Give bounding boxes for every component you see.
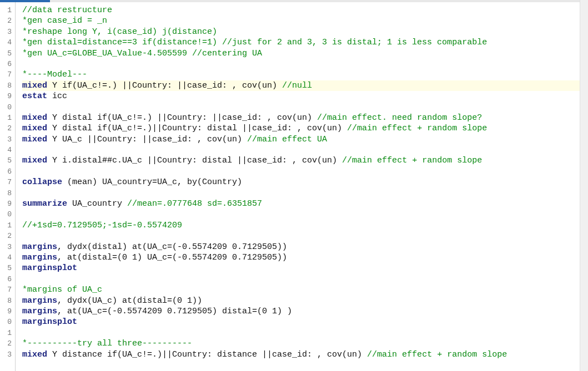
code-text: Y distal if(UA_c!=.)||Country: distal ||… [52, 124, 347, 133]
code-line[interactable]: *gen case_id = _n [22, 16, 588, 26]
code-line[interactable] [22, 328, 588, 338]
comment-text: *gen distal=distance==3 if(distance!=1) … [22, 38, 487, 47]
code-line[interactable] [22, 209, 588, 220]
command-keyword: margins [22, 307, 57, 316]
line-number: 7 [0, 177, 15, 187]
code-text: , at(distal=(0 1) UA_c=(-0.5574209 0.712… [57, 253, 287, 262]
code-line[interactable]: margins, at(UA_c=(-0.5574209 0.7129505) … [22, 306, 588, 317]
line-number: 0 [0, 209, 15, 220]
line-number: 3 [0, 349, 15, 360]
comment-text: //main effect. need random slope? [317, 113, 482, 123]
command-keyword: mixed [22, 81, 52, 90]
line-number: 6 [0, 166, 15, 177]
code-text: , dydx(UA_c) at(distal=(0 1)) [57, 296, 202, 306]
line-number: 2 [0, 16, 15, 26]
line-number: 5 [0, 263, 15, 273]
command-keyword: mixed [22, 124, 52, 133]
line-number: 1 [0, 113, 15, 123]
line-number: 9 [0, 199, 15, 209]
line-number: 5 [0, 48, 15, 59]
comment-text: *----------try all three---------- [22, 339, 192, 348]
vertical-scrollbar[interactable] [580, 0, 588, 371]
command-keyword: margins [22, 253, 57, 262]
line-number: 7 [0, 69, 15, 80]
code-line[interactable]: *----Model--- [22, 69, 588, 80]
line-number: 7 [0, 284, 15, 295]
code-line[interactable] [22, 274, 588, 284]
code-line[interactable] [22, 102, 588, 113]
code-line[interactable]: marginsplot [22, 317, 588, 327]
line-number: 9 [0, 91, 15, 101]
code-line[interactable] [22, 188, 588, 199]
command-keyword: mixed [22, 350, 52, 359]
line-number: 3 [0, 134, 15, 145]
comment-text: *----Model--- [22, 70, 87, 79]
line-number: 3 [0, 242, 15, 252]
line-number: 9 [0, 306, 15, 317]
code-line[interactable]: *margins of UA_c [22, 284, 588, 295]
code-line[interactable]: mixed Y distance if(UA_c!=.)||Country: d… [22, 349, 588, 360]
comment-text: //main effect + random slope [367, 350, 507, 359]
command-keyword: mixed [22, 135, 52, 144]
do-file-editor: 123456789012345678901234567890123 //data… [0, 0, 588, 371]
code-text: UA_country [72, 199, 127, 209]
code-text: icc [52, 92, 67, 101]
line-number: 5 [0, 155, 15, 166]
code-line[interactable]: mixed Y i.distal##c.UA_c ||Country: dist… [22, 155, 588, 166]
code-line[interactable]: *gen distal=distance==3 if(distance!=1) … [22, 37, 588, 48]
code-text: (mean) UA_country=UA_c, by(Country) [67, 177, 242, 187]
code-line[interactable]: marginsplot [22, 263, 588, 273]
line-number: 0 [0, 317, 15, 327]
code-text: Y distance if(UA_c!=.)||Country: distanc… [52, 350, 367, 359]
line-number: 4 [0, 252, 15, 263]
code-line[interactable]: *----------try all three---------- [22, 338, 588, 349]
code-line[interactable] [22, 59, 588, 69]
comment-text: //+1sd=0.7129505;-1sd=-0.5574209 [22, 221, 182, 230]
line-number: 1 [0, 328, 15, 338]
command-keyword: mixed [22, 113, 52, 123]
code-line[interactable]: *gen UA_c=GLOBE_UA_Value-4.505599 //cent… [22, 48, 588, 59]
line-number: 2 [0, 231, 15, 241]
command-keyword: summarize [22, 199, 72, 209]
code-text: Y i.distal##c.UA_c ||Country: distal ||c… [52, 156, 342, 165]
code-line[interactable]: mixed Y UA_c ||Country: ||case_id: , cov… [22, 134, 588, 145]
code-area[interactable]: //data restructure*gen case_id = _n*resh… [16, 0, 588, 371]
line-number: 1 [0, 220, 15, 231]
code-line[interactable]: mixed Y distal if(UA_c!=.)||Country: dis… [22, 123, 588, 134]
code-line[interactable]: margins, dydx(distal) at(UA_c=(-0.557420… [22, 242, 588, 252]
comment-text: //main effect UA [247, 135, 327, 144]
comment-text: //main effect + random slope [342, 156, 482, 165]
line-number: 0 [0, 102, 15, 113]
command-keyword: marginsplot [22, 317, 77, 327]
code-line[interactable]: summarize UA_country //mean=.0777648 sd=… [22, 199, 588, 209]
line-number: 6 [0, 59, 15, 69]
code-line[interactable]: collapse (mean) UA_country=UA_c, by(Coun… [22, 177, 588, 187]
code-line[interactable]: mixed Y distal if(UA_c!=.) ||Country: ||… [22, 113, 588, 123]
comment-text: //null [282, 81, 312, 90]
command-keyword: margins [22, 296, 57, 306]
code-line[interactable] [22, 145, 588, 155]
line-number: 2 [0, 338, 15, 349]
code-line[interactable]: margins, at(distal=(0 1) UA_c=(-0.557420… [22, 252, 588, 263]
code-line[interactable]: estat icc [22, 91, 588, 101]
code-line[interactable]: *reshape long Y, i(case_id) j(distance) [22, 27, 588, 37]
code-line[interactable]: //data restructure [22, 5, 588, 16]
comment-text: *gen case_id = _n [22, 16, 107, 26]
comment-text: //data restructure [22, 6, 112, 15]
code-text: , at(UA_c=(-0.5574209 0.7129505) distal=… [57, 307, 292, 316]
code-text: Y distal if(UA_c!=.) ||Country: ||case_i… [52, 113, 317, 123]
code-text: , dydx(distal) at(UA_c=(-0.5574209 0.712… [57, 242, 287, 252]
line-number: 3 [0, 27, 15, 37]
comment-text: *reshape long Y, i(case_id) j(distance) [22, 27, 217, 37]
line-number-gutter: 123456789012345678901234567890123 [0, 0, 16, 371]
code-line[interactable]: margins, dydx(UA_c) at(distal=(0 1)) [22, 296, 588, 306]
code-line[interactable]: mixed Y if(UA_c!=.) ||Country: ||case_id… [22, 80, 588, 91]
command-keyword: margins [22, 242, 57, 252]
comment-text: //main effect + random slope [347, 124, 487, 133]
code-line[interactable] [22, 231, 588, 241]
code-line[interactable]: //+1sd=0.7129505;-1sd=-0.5574209 [22, 220, 588, 231]
command-keyword: mixed [22, 156, 52, 165]
code-line[interactable] [22, 166, 588, 177]
command-keyword: estat [22, 92, 52, 101]
command-keyword: marginsplot [22, 263, 77, 273]
